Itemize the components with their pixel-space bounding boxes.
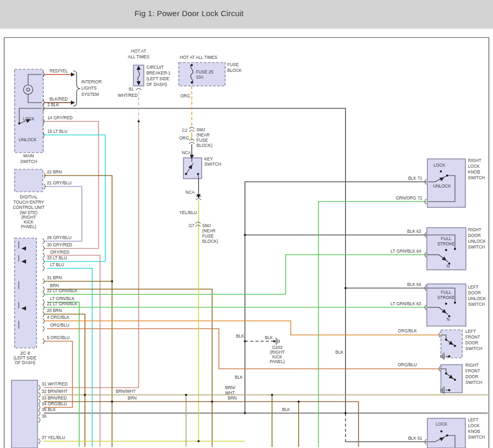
label-brn-wht: BRN/WHT [116,389,135,394]
label-org: ORG [179,136,189,141]
junction-dot [198,440,200,442]
pin-connector-icon [43,279,44,284]
label-of-dash: OF DASH) [15,360,35,365]
inline-connector-icon [136,89,141,91]
junction-dot [445,339,447,341]
inline-connector-icon [195,222,201,227]
wire-brn-20 [44,314,85,447]
label-lock: LOCK [468,164,480,169]
label-brn: BRN/ [225,385,236,390]
wire-blk-71-net [245,182,427,413]
label-lt-grn-blk-64: LT GRN/BLK 64 [391,249,422,254]
label-fuse: FUSE [196,138,208,143]
label-2-blk: 2 BLK [47,103,59,107]
key-switch-box [183,158,202,179]
label-right: RIGHT [468,228,481,232]
label-28-gry-blu: 28 GRY/BLU [47,235,71,240]
label-blk-61: BLK 61 [408,436,422,441]
label-blk: BLK [236,334,244,339]
junction-dot [211,401,213,403]
label-knob: KNOB [468,429,480,434]
junction-dot [244,234,246,236]
label-unlock: UNLOCK [468,239,486,244]
junction-dot [111,280,113,282]
label-switch: SWITCH [20,159,37,164]
label-switch: SWITCH [468,302,485,307]
pin-connector-icon [43,312,44,317]
junction-dot [448,355,450,357]
label-wht: WHT [225,391,235,395]
label-block: BLOCK) [202,239,218,244]
label-touch-entry: TOUCH ENTRY [14,200,44,205]
label-blk: BLK [282,407,290,412]
label-unlock: UNLOCK [19,138,37,142]
label-key: KEY [204,157,213,161]
label-interior: INTERIOR [81,80,102,84]
right-lock-knob-switch-box [427,159,465,207]
junction-dot [440,170,442,172]
junction-dot [445,372,447,375]
wire-blk-main [44,108,346,413]
label-org: ORG [180,94,190,98]
label-n: N [447,264,450,269]
label-door: DOOR [465,375,478,379]
label-fuse-25: FUSE 25 [196,70,214,74]
label-30-gry-red: 30 GRY/RED [47,243,72,247]
label-31-wht-red: 31 WHT/RED [42,382,68,387]
junction-dot [298,401,300,403]
label-org-blk: ORG/BLK [398,329,417,333]
junction-dot [244,412,246,414]
arrow-icon [71,101,75,105]
label-smj: SMJ [202,223,211,228]
label-5-org-blu: 5 ORG/BLU [47,335,70,340]
label-right: RIGHT [465,363,478,368]
label-10a: 10A [196,75,204,80]
label-22-brn: 22 BRN [47,170,62,175]
wire-brn-33 [44,402,359,447]
label-switch: SWITCH [465,346,482,351]
label-yel-blu: YEL/BLU [179,210,197,215]
label-21-lt-grn-blk: 21 LT GRN/BLK [47,302,78,306]
label-blk: BLK [265,335,273,340]
label-switch: SWITCH [468,176,485,180]
wire-gry-blu [44,186,82,241]
pin-connector-icon [39,410,40,416]
label-nca: NCA [186,190,195,195]
label-34-org-blu: 34 ORG/BLU [42,402,67,406]
label-lights: LIGHTS [81,86,97,91]
label-stroke: STROKE [437,295,455,300]
label-all-times: ALL TIMES [128,55,150,59]
label-g7: G7 [189,223,194,228]
junction-dot [440,430,442,432]
label-panel: PANEL) [270,359,285,364]
junction-dot [111,401,113,403]
pin-connector-icon [43,259,44,264]
label-35-blk: 35 BLK [42,407,56,412]
label-front: FRONT [465,335,480,340]
label-org-blu: ORG/BLU [398,363,417,367]
label-nca: NCA [182,151,191,155]
label-stroke: STROKE [437,242,455,246]
pin-connector-icon [39,385,40,390]
junction-dot [454,345,456,347]
pin-connector-icon [43,266,44,271]
label-right: RIGHT [468,158,481,163]
wire-grn-org-72 [318,202,427,447]
junction-dot [454,302,456,304]
junction-dot [445,303,447,305]
label-g203: G203 [272,345,282,350]
label-knob: KNOB [468,170,480,175]
label-kick: KICK [23,220,34,225]
label-brn: BRN [128,396,137,401]
label-brn: BRN [50,283,59,288]
label-org-blu: ORG/BLU [50,323,69,328]
label-hot-at: HOT AT [131,49,146,54]
junction-dot [445,249,447,251]
label-blk-63: BLK 63 [407,229,421,234]
pin-connector-icon [39,392,40,397]
label-lock: LOCK [468,424,480,428]
label-grn-org-72: GRN/ORG 72 [396,196,422,201]
label-c2: C2 [182,128,188,133]
junction-dot [18,122,20,125]
label-81: 81 [129,87,134,92]
